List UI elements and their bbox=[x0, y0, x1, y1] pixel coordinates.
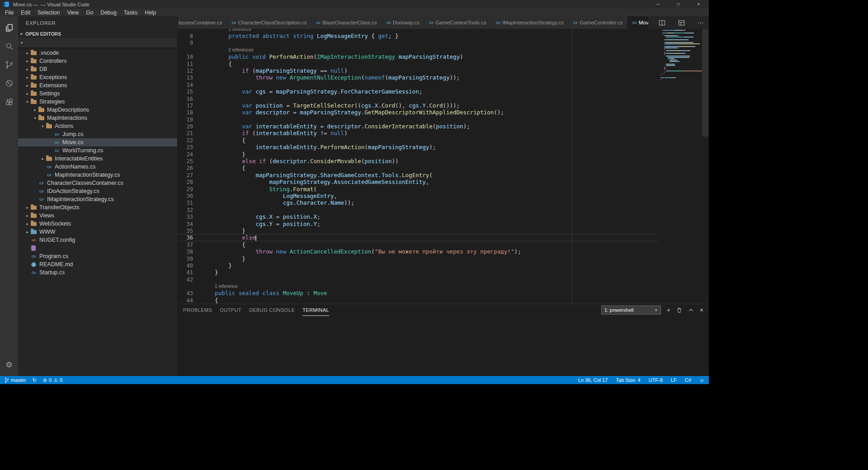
code-line[interactable]: 24 } bbox=[178, 151, 658, 158]
tree-folder-Controllers[interactable]: ▸Controllers bbox=[18, 57, 177, 65]
code-line[interactable]: 31 cgs.Character.Name)); bbox=[178, 199, 658, 206]
line-number[interactable]: 28 bbox=[178, 179, 193, 186]
tree-file-CharacterClassesContainer.cs[interactable]: C#CharacterClassesContainer.cs bbox=[18, 179, 177, 187]
tab-size[interactable]: Tab Size: 4 bbox=[616, 377, 640, 383]
menu-item-edit[interactable]: Edit bbox=[17, 9, 34, 16]
tree-file-Startup.cs[interactable]: C#Startup.cs bbox=[18, 268, 177, 277]
code-editor[interactable]: 1 reference8 protected abstract string L… bbox=[178, 29, 709, 304]
line-number[interactable]: 31 bbox=[178, 200, 193, 207]
tab-CharacterClassDescription.cs[interactable]: C#CharacterClassDescription.cs bbox=[227, 16, 312, 29]
menu-item-file[interactable]: File bbox=[1, 9, 17, 16]
problems-item[interactable]: ⊘ 0 ⚠ 0 bbox=[43, 377, 62, 383]
code-line[interactable]: 36 else bbox=[178, 234, 658, 241]
close-button[interactable]: × bbox=[689, 0, 709, 9]
tree-file-WorldTurning.cs[interactable]: C#WorldTurning.cs bbox=[18, 146, 177, 155]
line-number[interactable]: 9 bbox=[178, 40, 193, 47]
editor-scrollbar[interactable] bbox=[702, 29, 709, 304]
tab-IMapInteractionStrategy.cs[interactable]: C#IMapInteractionStrategy.cs bbox=[491, 16, 569, 29]
explorer-icon[interactable] bbox=[0, 19, 18, 37]
code-line[interactable]: 16 bbox=[178, 95, 658, 102]
line-number[interactable]: 21 bbox=[178, 130, 193, 137]
line-number[interactable]: 34 bbox=[178, 221, 193, 228]
code-line[interactable]: 19 bbox=[178, 116, 658, 123]
tree-folder-Settings[interactable]: ▸Settings bbox=[18, 89, 177, 98]
line-number[interactable]: 35 bbox=[178, 228, 193, 235]
code-line[interactable]: 14 bbox=[178, 81, 658, 88]
line-number[interactable]: 12 bbox=[178, 68, 193, 75]
code-line[interactable]: 12 if (mapParsingStrategy == null) bbox=[178, 67, 658, 74]
encoding[interactable]: UTF-8 bbox=[649, 377, 663, 383]
tree-folder-MapInteractions[interactable]: ▾MapInteractions bbox=[18, 114, 177, 122]
extensions-icon[interactable] bbox=[0, 93, 18, 111]
new-terminal-icon[interactable]: + bbox=[667, 306, 670, 314]
code-line[interactable]: 8 protected abstract string LogMessageEn… bbox=[178, 33, 658, 39]
code-line[interactable]: 39 } bbox=[178, 255, 658, 262]
code-line[interactable]: 15 var cgs = mapParsingStrategy.ForChara… bbox=[178, 88, 658, 95]
search-icon[interactable] bbox=[0, 37, 18, 56]
tab-GameContextTools.cs[interactable]: C#GameContextTools.cs bbox=[425, 16, 491, 29]
codelens[interactable]: 1 reference bbox=[178, 29, 658, 33]
line-number[interactable]: 30 bbox=[178, 193, 193, 200]
code-line[interactable]: 41 } bbox=[178, 269, 658, 276]
editor-layout-icon[interactable] bbox=[678, 19, 685, 26]
tab-BaseCharacterClass.cs[interactable]: C#BaseCharacterClass.cs bbox=[311, 16, 382, 29]
code-line[interactable]: 38 throw new ActionCancelledException("В… bbox=[178, 248, 658, 255]
code-line[interactable]: 18 var descriptor = mapParsingStrategy.G… bbox=[178, 109, 658, 116]
menu-item-help[interactable]: Help bbox=[141, 9, 160, 16]
line-number[interactable]: 41 bbox=[178, 269, 193, 276]
code-line[interactable]: 23 interactableEntity.PerformAction(mapP… bbox=[178, 144, 658, 150]
settings-gear-icon[interactable]: ⚙ bbox=[0, 360, 18, 370]
line-number[interactable]: 32 bbox=[178, 207, 193, 214]
terminal-content[interactable] bbox=[178, 316, 709, 376]
tree-file-IMapInteractionStrategy.cs[interactable]: C#IMapInteractionStrategy.cs bbox=[18, 195, 177, 203]
terminal-picker[interactable]: 1: powershell ▼ bbox=[601, 306, 661, 315]
line-number[interactable]: 8 bbox=[178, 33, 193, 40]
line-number[interactable]: 16 bbox=[178, 96, 193, 103]
code-line[interactable]: 33 cgs.X = position.X; bbox=[178, 213, 658, 220]
source-control-icon[interactable] bbox=[0, 56, 18, 74]
minimize-button[interactable]: ─ bbox=[648, 0, 668, 9]
workspace-root-header[interactable]: ▾ bbox=[18, 38, 177, 47]
line-number[interactable]: 38 bbox=[178, 249, 193, 255]
line-number[interactable]: 25 bbox=[178, 158, 193, 165]
line-number[interactable]: 44 bbox=[178, 297, 193, 304]
code-line[interactable]: 26 { bbox=[178, 164, 658, 171]
line-number[interactable]: 43 bbox=[178, 290, 193, 297]
sync-item[interactable]: ↻ bbox=[33, 377, 37, 383]
tab-GameController.cs[interactable]: C#GameController.cs bbox=[569, 16, 627, 29]
code-line[interactable]: 9 bbox=[178, 39, 658, 46]
eol[interactable]: LF bbox=[671, 377, 677, 383]
line-number[interactable]: 22 bbox=[178, 137, 193, 144]
kill-terminal-icon[interactable] bbox=[676, 307, 682, 313]
tree-folder-TransferObjects[interactable]: ▸TransferObjects bbox=[18, 203, 177, 212]
menu-item-tasks[interactable]: Tasks bbox=[120, 9, 142, 16]
debug-icon[interactable] bbox=[0, 74, 18, 93]
tree-file-Move.cs[interactable]: C#Move.cs bbox=[18, 138, 177, 146]
split-editor-icon[interactable] bbox=[659, 19, 665, 26]
line-number[interactable]: 13 bbox=[178, 75, 193, 81]
codelens[interactable]: 2 references bbox=[178, 47, 658, 53]
code-line[interactable]: 44 { bbox=[178, 297, 658, 304]
code-line[interactable]: 42 bbox=[178, 276, 658, 283]
maximize-button[interactable]: □ bbox=[668, 0, 689, 9]
panel-tab-terminal[interactable]: TERMINAL bbox=[302, 304, 329, 316]
code-line[interactable]: 34 cgs.Y = position.Y; bbox=[178, 221, 658, 227]
tree-folder-WebSockets[interactable]: ▸WebSockets bbox=[18, 220, 177, 228]
code-line[interactable]: 32 bbox=[178, 207, 658, 213]
line-number[interactable]: 26 bbox=[178, 165, 193, 172]
line-number[interactable]: 10 bbox=[178, 54, 193, 61]
line-number[interactable]: 24 bbox=[178, 151, 193, 158]
line-number[interactable]: 39 bbox=[178, 256, 193, 263]
tree-folder-WWW[interactable]: ▸WWW bbox=[18, 228, 177, 236]
code-line[interactable]: 17 var position = TargetCellSelector((cg… bbox=[178, 102, 658, 109]
code-line[interactable]: 10 public void PerformAction(IMapInterac… bbox=[178, 53, 658, 60]
code-line[interactable]: 20 var interactableEntity = descriptor.C… bbox=[178, 123, 658, 130]
line-number[interactable]: 23 bbox=[178, 144, 193, 151]
line-number[interactable]: 42 bbox=[178, 277, 193, 283]
menu-item-view[interactable]: View bbox=[63, 9, 82, 16]
menu-item-go[interactable]: Go bbox=[82, 9, 97, 16]
line-number[interactable]: 37 bbox=[178, 242, 193, 249]
code-line[interactable]: 21 if (interactableEntity != null) bbox=[178, 130, 658, 136]
tree-file-NUGET.config[interactable]: </>NUGET.config bbox=[18, 236, 177, 244]
tree-file-README.md[interactable]: iREADME.md bbox=[18, 260, 177, 268]
